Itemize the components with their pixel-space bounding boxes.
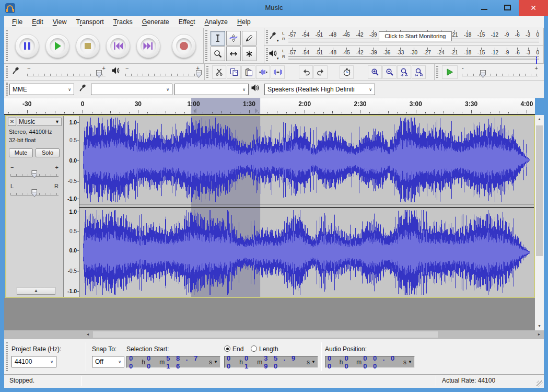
scroll-right-button[interactable]: ►: [535, 330, 543, 339]
recording-meter-grabber[interactable]: [266, 30, 268, 43]
monitoring-tooltip[interactable]: Click to Start Monitoring: [379, 31, 452, 41]
scroll-up-button[interactable]: ▲: [535, 115, 544, 123]
stop-button[interactable]: [76, 34, 100, 58]
multi-tool-button[interactable]: [242, 47, 256, 61]
menu-item-file[interactable]: File: [7, 16, 27, 28]
playback-volume-thumb[interactable]: [196, 70, 202, 78]
end-radio[interactable]: [224, 345, 230, 352]
mixer-toolbar-grabber[interactable]: [6, 66, 8, 78]
pan-thumb[interactable]: [31, 189, 37, 197]
length-radio[interactable]: [251, 345, 257, 352]
timeline-ruler-canvas[interactable]: [4, 98, 535, 115]
track-format-info: Stereo, 44100Hz: [9, 129, 52, 135]
selection-toolbar-grabber[interactable]: [6, 342, 8, 371]
gain-thumb[interactable]: [31, 170, 37, 178]
menu-item-edit[interactable]: Edit: [27, 16, 48, 28]
play-at-speed-grabber[interactable]: [436, 66, 438, 78]
envelope-tool-button[interactable]: [226, 31, 241, 45]
record-button[interactable]: [172, 34, 196, 58]
track-close-button[interactable]: ✕: [8, 118, 16, 126]
menu-item-transport[interactable]: Transport: [72, 16, 109, 28]
waveform-canvas[interactable]: [79, 116, 534, 297]
playback-volume-slider[interactable]: − +: [125, 67, 200, 78]
menu-item-tracks[interactable]: Tracks: [109, 16, 137, 28]
skip-end-button[interactable]: [136, 34, 160, 58]
zoom-project-button[interactable]: [412, 65, 426, 79]
resize-grip[interactable]: [537, 381, 543, 387]
menu-item-view[interactable]: View: [48, 16, 72, 28]
maximize-button[interactable]: [496, 0, 519, 16]
selection-tool-button[interactable]: [211, 31, 225, 45]
recording-meter-toolbar[interactable]: ▾ L R -57-54-51-48-45-42-39-36-33-30-27-…: [264, 28, 544, 46]
track-collapse-button[interactable]: ▲: [17, 287, 55, 295]
paste-button[interactable]: [241, 65, 255, 79]
solo-button[interactable]: Solo: [36, 148, 60, 157]
mute-button[interactable]: Mute: [9, 148, 33, 157]
audio-host-select[interactable]: MME ∨: [9, 84, 74, 95]
playback-speed-slider[interactable]: - +: [462, 67, 538, 78]
project-rate-select[interactable]: 44100 ∨: [11, 356, 56, 367]
timeline-ruler[interactable]: [4, 98, 535, 115]
zoom-out-button[interactable]: [382, 65, 397, 79]
vertical-scroll-thumb[interactable]: [536, 125, 543, 256]
trim-button[interactable]: [256, 65, 270, 79]
draw-tool-button[interactable]: [242, 31, 256, 45]
horizontal-scroll-thumb[interactable]: [93, 331, 438, 338]
time-hours: 0 0: [129, 354, 142, 370]
play-button[interactable]: [45, 34, 69, 58]
playback-device-select[interactable]: Speakers (Realtek High Definiti ∨: [264, 84, 375, 95]
zoom-selection-button[interactable]: [397, 65, 411, 79]
scroll-left-button[interactable]: ◄: [84, 330, 92, 339]
pan-slider[interactable]: L R: [10, 185, 59, 198]
close-button[interactable]: ✕: [519, 0, 548, 16]
playback-speed-thumb[interactable]: [480, 70, 486, 78]
silence-button[interactable]: [271, 65, 285, 79]
snap-to-select[interactable]: Off ∨: [92, 356, 124, 367]
edit-toolbar-grabber[interactable]: [206, 66, 208, 78]
transport-toolbar-grabber[interactable]: [6, 30, 8, 61]
pause-button[interactable]: [15, 34, 39, 58]
menu-item-help[interactable]: Help: [232, 16, 255, 28]
tools-toolbar-grabber[interactable]: [205, 30, 207, 61]
playback-meter-scale[interactable]: -57-54-51-48-45-42-39-36-33-30-27-24-21-…: [288, 47, 539, 60]
meter-dropdown-icon[interactable]: ▾: [277, 39, 279, 43]
recording-volume-slider[interactable]: − +: [27, 67, 106, 78]
recording-channels-select[interactable]: ∨: [174, 84, 249, 95]
recording-device-select[interactable]: ∨: [91, 84, 172, 95]
play-at-speed-button[interactable]: [442, 65, 458, 79]
selection-start-field[interactable]: 0 0h0 0m5 8 . 7 1 6s▼: [126, 356, 220, 368]
multi-tool-icon: [245, 50, 253, 58]
meter-db-label: -45: [342, 50, 349, 55]
undo-button[interactable]: [299, 65, 313, 79]
vertical-scrollbar[interactable]: ▲ ▼: [535, 115, 544, 330]
copy-button[interactable]: [227, 65, 241, 79]
vertical-scale-ruler[interactable]: 1.00.50.0-0.5-1.01.00.50.0-0.5-1.0: [64, 116, 79, 297]
horizontal-scrollbar[interactable]: ◄ ►: [4, 330, 544, 339]
meter-dropdown-icon[interactable]: ▾: [277, 56, 279, 61]
minimize-button[interactable]: [473, 0, 496, 16]
selection-end-field[interactable]: 0 0h0 1m3 5 . 9 9 0s▼: [224, 356, 318, 368]
menu-item-effect[interactable]: Effect: [174, 16, 200, 28]
zoom-in-button[interactable]: [368, 65, 382, 79]
meter-right-label: R: [282, 55, 285, 59]
snap-to-value: Off: [95, 358, 103, 365]
playback-meter-toolbar[interactable]: ▾ L R -57-54-51-48-45-42-39-36-33-30-27-…: [264, 46, 544, 64]
recording-volume-thumb[interactable]: [96, 70, 102, 78]
audio-position-field[interactable]: 0 0h0 0m0 0 . 0 0 0s▼: [325, 356, 415, 368]
skip-start-button[interactable]: [106, 34, 130, 58]
redo-button[interactable]: [313, 65, 328, 79]
cut-button[interactable]: [212, 65, 226, 79]
zoom-tool-button[interactable]: [211, 47, 225, 61]
gain-slider[interactable]: − +: [10, 166, 59, 179]
window-title: Music: [0, 0, 548, 16]
timeshift-tool-button[interactable]: [226, 47, 241, 61]
timer-button[interactable]: [340, 65, 354, 79]
menu-item-analyze[interactable]: Analyze: [200, 16, 232, 28]
device-toolbar-grabber[interactable]: [6, 83, 8, 96]
menu-item-generate[interactable]: Generate: [137, 16, 174, 28]
unit-label: s: [209, 359, 212, 366]
scroll-down-button[interactable]: ▼: [535, 322, 544, 330]
track-name-dropdown[interactable]: Music ▼: [17, 118, 62, 126]
track-control-panel[interactable]: ✕ Music ▼ Stereo, 44100Hz 32-bit float M…: [6, 116, 64, 297]
playback-meter-grabber[interactable]: [266, 48, 268, 61]
